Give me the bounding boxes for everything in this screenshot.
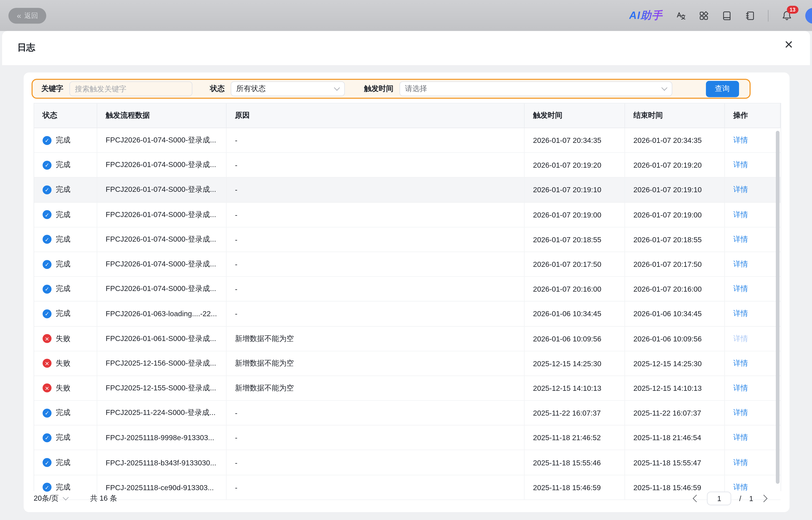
detail-link[interactable]: 详情	[733, 483, 748, 492]
chevron-down-icon	[63, 494, 69, 500]
book-icon[interactable]	[721, 10, 732, 21]
chevron-down-icon	[334, 85, 340, 90]
status-select-value: 所有状态	[236, 84, 266, 94]
table-row: ✓完成 FPCJ2026-01-074-S000-登录成... - 2026-0…	[34, 277, 781, 302]
trigger-time-cell: 2025-11-22 16:07:37	[524, 401, 625, 425]
reason-cell: 新增数据不能为空	[227, 351, 525, 375]
trigger-time-cell: 2026-01-07 20:19:00	[524, 203, 625, 227]
dialog-header: 日志 ×	[2, 31, 810, 66]
trigger-time-cell: 2026-01-06 10:34:45	[524, 302, 625, 326]
status-label: 状态	[210, 84, 225, 94]
next-page-icon[interactable]	[760, 495, 767, 502]
detail-link-disabled[interactable]: 详情	[733, 334, 748, 343]
status-text: 完成	[56, 235, 70, 244]
end-time-cell: 2025-12-15 14:10:13	[625, 376, 725, 400]
status-text: 完成	[56, 284, 70, 294]
back-button[interactable]: « 返回	[8, 7, 47, 23]
keyword-label: 关键字	[41, 84, 63, 94]
success-check-icon: ✓	[43, 433, 52, 442]
notification-badge: 13	[787, 5, 798, 14]
detail-link[interactable]: 详情	[733, 235, 748, 244]
reason-cell: -	[227, 203, 525, 227]
flow-data-cell: FPCJ2026-01-074-S000-登录成...	[97, 128, 227, 152]
apps-grid-icon[interactable]	[698, 10, 709, 21]
log-dialog: 日志 × 关键字 状态 所有状态 触发时间 请选择 查询	[2, 31, 810, 520]
topbar-divider	[768, 10, 768, 21]
reason-cell: -	[227, 302, 525, 326]
pagination: / 1	[694, 492, 766, 505]
status-select[interactable]: 所有状态	[230, 81, 345, 96]
table-scrollbar[interactable]	[776, 131, 780, 484]
topbar-actions: AI助手	[629, 0, 812, 31]
end-time-cell: 2026-01-07 20:17:50	[625, 252, 725, 276]
fail-cross-icon: ✕	[43, 384, 52, 393]
trigger-time-cell: 2025-12-15 14:10:13	[524, 376, 625, 400]
user-avatar[interactable]	[805, 7, 812, 23]
detail-link[interactable]: 详情	[733, 359, 748, 368]
back-button-label: 返回	[24, 11, 38, 20]
reason-cell: -	[227, 227, 525, 252]
total-count: 共 16 条	[90, 494, 117, 503]
detail-link[interactable]: 详情	[733, 185, 748, 194]
reason-cell: 新增数据不能为空	[227, 327, 525, 350]
close-icon[interactable]: ×	[784, 37, 793, 52]
success-check-icon: ✓	[43, 284, 52, 293]
status-text: 完成	[56, 309, 70, 318]
status-text: 完成	[56, 458, 70, 467]
table-header-row: 状态 触发流程数据 原因 触发时间 结束时间 操作	[34, 104, 781, 128]
flow-data-cell: FPCJ2026-01-074-S000-登录成...	[97, 277, 227, 301]
table-row: ✓完成 FPCJ-20251118-9998e-913303... - 2025…	[34, 426, 781, 450]
end-time-cell: 2026-01-07 20:18:55	[625, 227, 725, 252]
translate-icon[interactable]	[675, 10, 686, 21]
keyword-input[interactable]	[69, 81, 192, 96]
notebook-icon[interactable]	[745, 10, 755, 21]
detail-link[interactable]: 详情	[733, 210, 748, 219]
trigger-time-cell: 2025-12-15 14:25:30	[524, 351, 625, 375]
end-time-cell: 2025-12-15 14:25:30	[625, 351, 725, 375]
flow-data-cell: FPCJ-20251118-9998e-913303...	[97, 426, 227, 450]
detail-link[interactable]: 详情	[733, 160, 748, 170]
trigger-time-cell: 2026-01-07 20:16:00	[524, 277, 625, 301]
status-text: 完成	[56, 135, 70, 145]
col-header-action: 操作	[725, 104, 781, 128]
page-size-select[interactable]: 20条/页	[34, 494, 68, 503]
detail-link[interactable]: 详情	[733, 259, 748, 269]
prev-page-icon[interactable]	[693, 495, 700, 502]
table-row: ✕失败 FPCJ2025-12-156-S000-登录成... 新增数据不能为空…	[34, 351, 781, 376]
detail-link[interactable]: 详情	[733, 458, 748, 467]
flow-data-cell: FPCJ2025-12-156-S000-登录成...	[97, 351, 227, 375]
detail-link[interactable]: 详情	[733, 408, 748, 418]
detail-link[interactable]: 详情	[733, 309, 748, 318]
detail-link[interactable]: 详情	[733, 433, 748, 442]
status-text: 完成	[56, 160, 70, 170]
query-button[interactable]: 查询	[706, 81, 739, 97]
success-check-icon: ✓	[43, 260, 52, 269]
flow-data-cell: FPCJ2026-01-074-S000-登录成...	[97, 178, 227, 202]
flow-data-cell: FPCJ2026-01-074-S000-登录成...	[97, 203, 227, 227]
detail-link[interactable]: 详情	[733, 384, 748, 393]
col-header-flow: 触发流程数据	[97, 104, 227, 128]
trigger-time-placeholder: 请选择	[405, 84, 427, 94]
success-check-icon: ✓	[43, 210, 52, 219]
log-table: 状态 触发流程数据 原因 触发时间 结束时间 操作 ✓完成 FPCJ2026-0…	[34, 103, 781, 491]
col-header-reason: 原因	[227, 104, 525, 128]
trigger-time-select[interactable]: 请选择	[399, 81, 672, 96]
flow-data-cell: FPCJ2025-12-155-S000-登录成...	[97, 376, 227, 400]
current-page-input[interactable]	[707, 492, 731, 505]
total-pages: 1	[749, 494, 753, 503]
col-header-trigger-time: 触发时间	[524, 104, 625, 128]
flow-data-cell: FPCJ2026-01-063-loading....-22...	[97, 302, 227, 326]
detail-link[interactable]: 详情	[733, 135, 748, 145]
trigger-time-cell: 2026-01-07 20:34:35	[524, 128, 625, 152]
chevron-down-icon	[661, 85, 667, 90]
end-time-cell: 2025-11-18 15:55:47	[625, 450, 725, 475]
dialog-title: 日志	[18, 42, 35, 54]
table-row: ✓完成 FPCJ2026-01-074-S000-登录成... - 2026-0…	[34, 227, 781, 252]
table-row: ✓完成 FPCJ-20251118-b343f-9133030... - 202…	[34, 450, 781, 475]
status-text: 完成	[56, 185, 70, 194]
ai-assistant-logo[interactable]: AI助手	[629, 8, 663, 23]
trigger-time-cell: 2026-01-07 20:19:10	[524, 178, 625, 202]
notifications-bell-icon[interactable]: 13	[781, 10, 792, 21]
detail-link[interactable]: 详情	[733, 284, 748, 294]
flow-data-cell: FPCJ2026-01-074-S000-登录成...	[97, 227, 227, 252]
